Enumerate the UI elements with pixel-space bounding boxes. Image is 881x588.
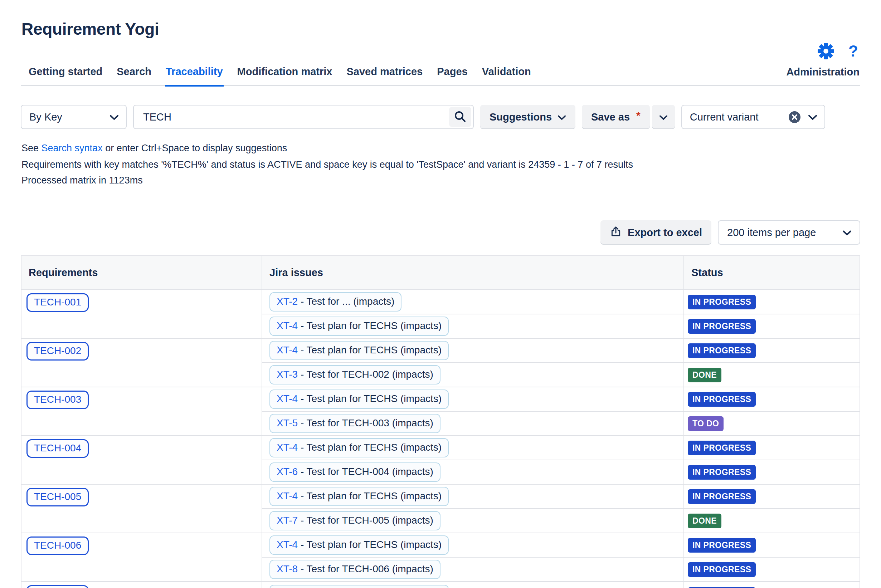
requirement-pill[interactable]: TECH-003: [27, 391, 89, 409]
status-badge: IN PROGRESS: [688, 344, 756, 358]
jira-issue-pill[interactable]: XT-4 - Test plan for TECHS (impacts): [269, 487, 449, 506]
jira-issue-key-link[interactable]: XT-4: [277, 320, 298, 331]
requirement-cell: TECH-005: [21, 484, 262, 533]
jira-issue-pill[interactable]: XT-3 - Test for TECH-002 (impacts): [269, 365, 440, 384]
export-icon: [610, 225, 622, 240]
tab-search[interactable]: Search: [116, 66, 152, 87]
jira-issue-pill[interactable]: XT-4 - Test plan for TECHS (impacts): [269, 438, 449, 458]
tab-saved-matrices[interactable]: Saved matrices: [346, 66, 423, 87]
variant-value: Current variant: [690, 111, 781, 123]
jira-issue-key-link[interactable]: XT-5: [277, 417, 298, 429]
jira-issue-key-link[interactable]: XT-3: [277, 369, 298, 380]
tab-modification-matrix[interactable]: Modification matrix: [236, 66, 333, 87]
column-header-requirements: Requirements: [21, 256, 262, 290]
jira-issue-cell: XT-4 - Test plan for TECHS (impacts): [262, 338, 684, 363]
jira-issue-pill[interactable]: XT-4 - Test plan for TECHS (impacts): [269, 341, 449, 360]
requirement-pill[interactable]: TECH-004: [27, 439, 89, 458]
jira-issue-pill[interactable]: XT-8 - Test for TECH-006 (impacts): [269, 560, 440, 579]
search-syntax-link[interactable]: Search syntax: [42, 143, 103, 153]
jira-issue-pill[interactable]: XT-6 - Test for TECH-004 (impacts): [269, 462, 440, 482]
hint-suffix: or enter Ctrl+Space to display suggestio…: [103, 143, 287, 153]
requirement-pill[interactable]: TECH-005: [27, 488, 89, 507]
requirement-cell: TECH-006: [21, 533, 262, 582]
jira-issue-pill[interactable]: XT-4 - Test plan for TECHS (impacts): [269, 390, 449, 409]
status-cell: IN PROGRESS: [684, 387, 860, 411]
status-cell: TO DO: [684, 411, 860, 436]
search-controls: By Key Suggestions: [21, 105, 860, 129]
status-badge: DONE: [688, 368, 722, 382]
save-as-menu-button[interactable]: [652, 105, 675, 129]
suggestions-label: Suggestions: [490, 111, 552, 123]
table-row: TECH-006XT-4 - Test plan for TECHS (impa…: [21, 533, 860, 557]
suggestions-button[interactable]: Suggestions: [480, 105, 576, 129]
tab-pages[interactable]: Pages: [436, 66, 468, 87]
tab-administration[interactable]: Administration: [785, 66, 860, 85]
search-input-wrapper: [133, 105, 474, 129]
jira-issue-key-link[interactable]: XT-7: [277, 514, 298, 526]
search-input[interactable]: [143, 111, 443, 123]
status-badge: IN PROGRESS: [688, 465, 756, 480]
jira-issue-key-link[interactable]: XT-2: [277, 296, 298, 307]
requirement-pill[interactable]: TECH-007: [27, 585, 89, 588]
search-scope-select[interactable]: By Key: [21, 105, 127, 129]
export-to-excel-button[interactable]: Export to excel: [600, 220, 711, 244]
page-size-select[interactable]: 200 items per page: [718, 220, 860, 244]
table-row: TECH-002XT-4 - Test plan for TECHS (impa…: [21, 338, 860, 363]
status-cell: DONE: [684, 508, 860, 533]
status-badge: IN PROGRESS: [688, 538, 756, 553]
requirement-cell: TECH-004: [21, 436, 262, 484]
traceability-table-body: TECH-001XT-2 - Test for ... (impacts)IN …: [21, 290, 860, 588]
requirement-pill[interactable]: TECH-002: [27, 342, 89, 360]
jira-issue-cell: XT-4 - Test plan for TECHS (impacts): [262, 436, 684, 460]
variant-select[interactable]: Current variant: [681, 105, 825, 129]
jira-issue-cell: XT-3 - Test for TECH-002 (impacts): [262, 363, 684, 387]
save-as-button[interactable]: Save as *: [582, 105, 650, 129]
table-row: TECH-005XT-4 - Test plan for TECHS (impa…: [21, 484, 860, 508]
jira-issue-pill[interactable]: XT-4 - Test plan for TECHS (impacts): [269, 536, 449, 555]
search-icon: [453, 110, 467, 124]
processed-info: Processed matrix in 1123ms: [21, 175, 860, 186]
jira-issue-key-link[interactable]: XT-4: [277, 539, 298, 550]
jira-issue-key-link[interactable]: XT-6: [277, 466, 298, 477]
settings-gear-icon[interactable]: [818, 43, 834, 59]
requirement-cell: TECH-002: [21, 338, 262, 387]
tab-traceability[interactable]: Traceability: [165, 66, 224, 87]
status-badge: IN PROGRESS: [688, 319, 756, 334]
status-cell: IN PROGRESS: [684, 582, 860, 588]
jira-issue-pill[interactable]: XT-5 - Test for TECH-003 (impacts): [269, 414, 440, 433]
requirement-pill[interactable]: TECH-001: [27, 293, 89, 312]
table-row: TECH-001XT-2 - Test for ... (impacts)IN …: [21, 290, 860, 314]
search-hint: See Search syntax or enter Ctrl+Space to…: [21, 143, 860, 154]
jira-issue-key-link[interactable]: XT-4: [277, 442, 298, 453]
status-cell: IN PROGRESS: [684, 484, 860, 508]
jira-issue-pill[interactable]: XT-4 - Test plan for TECHS (impacts): [269, 316, 449, 336]
jira-issue-key-link[interactable]: XT-4: [277, 393, 298, 404]
jira-issue-pill[interactable]: XT-2 - Test for ... (impacts): [269, 292, 401, 312]
clear-variant-icon[interactable]: [788, 111, 801, 123]
table-header-row: Requirements Jira issues Status: [21, 256, 860, 290]
search-button[interactable]: [449, 107, 471, 127]
help-icon[interactable]: ?: [848, 43, 858, 59]
tab-getting-started[interactable]: Getting started: [28, 66, 103, 87]
chevron-down-icon: [659, 111, 668, 123]
jira-issue-pill[interactable]: XT-7 - Test for TECH-005 (impacts): [269, 511, 440, 530]
table-row: TECH-007XT-4 - Test plan for TECHS (impa…: [21, 582, 860, 588]
table-row: TECH-003XT-4 - Test plan for TECHS (impa…: [21, 387, 860, 411]
status-cell: IN PROGRESS: [684, 436, 860, 460]
jira-issue-key-link[interactable]: XT-8: [277, 563, 298, 574]
jira-issue-cell: XT-2 - Test for ... (impacts): [262, 290, 684, 314]
jira-issue-cell: XT-4 - Test plan for TECHS (impacts): [262, 314, 684, 338]
jira-issue-cell: XT-8 - Test for TECH-006 (impacts): [262, 557, 684, 582]
status-badge: DONE: [688, 514, 722, 528]
jira-issue-pill[interactable]: XT-4 - Test plan for TECHS (impacts): [269, 585, 449, 588]
status-cell: IN PROGRESS: [684, 557, 860, 582]
jira-issue-cell: XT-4 - Test plan for TECHS (impacts): [262, 484, 684, 508]
requirement-pill[interactable]: TECH-006: [27, 537, 89, 555]
tab-validation[interactable]: Validation: [481, 66, 532, 87]
status-badge: IN PROGRESS: [688, 392, 756, 406]
jira-issue-cell: XT-7 - Test for TECH-005 (impacts): [262, 508, 684, 533]
required-asterisk: *: [636, 110, 640, 122]
result-summary: Requirements with key matches '%TECH%' a…: [21, 159, 860, 170]
jira-issue-key-link[interactable]: XT-4: [277, 344, 298, 356]
jira-issue-key-link[interactable]: XT-4: [277, 490, 298, 501]
